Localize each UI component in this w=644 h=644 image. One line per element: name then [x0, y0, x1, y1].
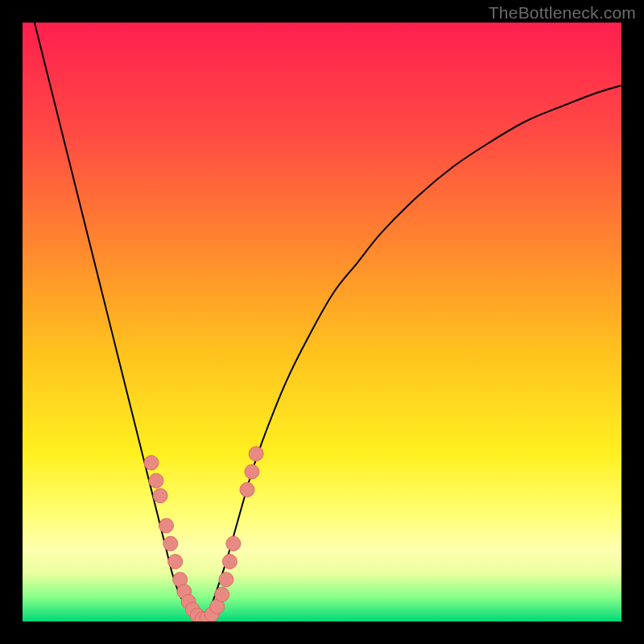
scatter-dot [226, 536, 241, 551]
scatter-dot [159, 518, 174, 533]
scatter-dot [249, 447, 263, 461]
scatter-dot [219, 572, 233, 587]
chart-background [23, 23, 621, 621]
scatter-dot [240, 482, 254, 497]
scatter-dot [222, 555, 237, 569]
scatter-dot [215, 588, 229, 602]
watermark-label: TheBottleneck.com [489, 3, 636, 23]
scatter-dot [149, 473, 163, 488]
scatter-dot [144, 456, 159, 470]
scatter-dot [163, 536, 178, 551]
chart-frame [23, 23, 621, 621]
chart-plot [23, 23, 621, 621]
scatter-dot [153, 489, 167, 503]
chart-svg [23, 23, 621, 621]
scatter-dot [168, 555, 183, 569]
scatter-dot [245, 464, 259, 479]
